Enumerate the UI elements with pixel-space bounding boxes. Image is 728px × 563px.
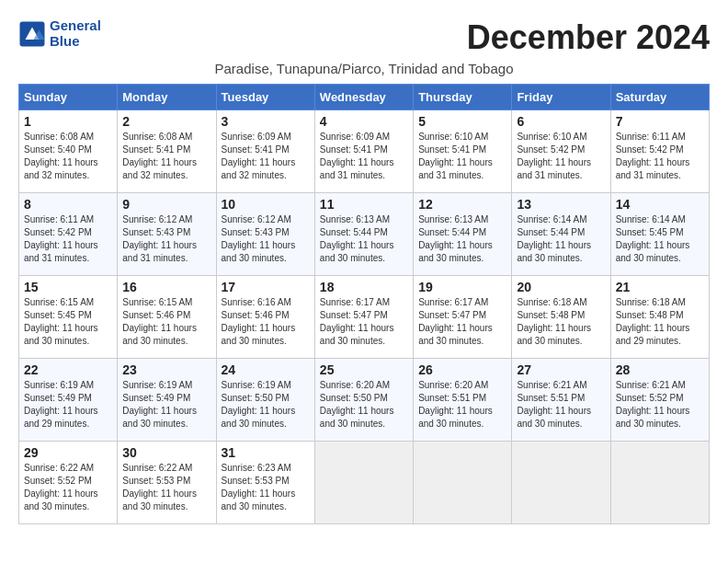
weekday-header-thursday: Thursday (414, 85, 512, 110)
day-number: 2 (122, 114, 210, 129)
calendar-cell: 21Sunrise: 6:18 AMSunset: 5:48 PMDayligh… (610, 276, 709, 359)
day-info: Sunrise: 6:21 AMSunset: 5:52 PMDaylight:… (616, 379, 704, 431)
calendar-week-row: 22Sunrise: 6:19 AMSunset: 5:49 PMDayligh… (19, 359, 710, 442)
day-number: 22 (24, 362, 112, 377)
day-number: 24 (222, 362, 310, 377)
day-info: Sunrise: 6:09 AMSunset: 5:41 PMDaylight:… (222, 131, 310, 182)
calendar-cell: 16Sunrise: 6:15 AMSunset: 5:46 PMDayligh… (118, 276, 216, 359)
calendar-cell: 31Sunrise: 6:23 AMSunset: 5:53 PMDayligh… (216, 442, 314, 524)
day-number: 17 (222, 280, 310, 294)
calendar-cell: 26Sunrise: 6:20 AMSunset: 5:51 PMDayligh… (414, 359, 512, 442)
calendar-cell: 5Sunrise: 6:10 AMSunset: 5:41 PMDaylight… (414, 110, 512, 193)
day-number: 26 (418, 362, 506, 377)
calendar-cell: 11Sunrise: 6:13 AMSunset: 5:44 PMDayligh… (314, 193, 413, 276)
logo-icon (18, 20, 46, 48)
calendar-body: 1Sunrise: 6:08 AMSunset: 5:40 PMDaylight… (19, 110, 710, 524)
day-number: 12 (418, 197, 506, 212)
day-info: Sunrise: 6:10 AMSunset: 5:41 PMDaylight:… (418, 131, 506, 182)
calendar-week-row: 1Sunrise: 6:08 AMSunset: 5:40 PMDaylight… (19, 110, 710, 193)
location-title: Paradise, Tunapuna/Piarco, Trinidad and … (18, 61, 710, 76)
calendar-cell: 9Sunrise: 6:12 AMSunset: 5:43 PMDaylight… (118, 193, 216, 276)
calendar-week-row: 15Sunrise: 6:15 AMSunset: 5:45 PMDayligh… (19, 276, 710, 359)
day-number: 5 (418, 114, 506, 129)
day-info: Sunrise: 6:22 AMSunset: 5:52 PMDaylight:… (24, 462, 112, 513)
day-number: 1 (24, 114, 112, 129)
day-info: Sunrise: 6:19 AMSunset: 5:49 PMDaylight:… (122, 379, 210, 431)
day-number: 4 (320, 114, 408, 129)
calendar-cell: 2Sunrise: 6:08 AMSunset: 5:41 PMDaylight… (118, 110, 216, 193)
calendar-cell: 4Sunrise: 6:09 AMSunset: 5:41 PMDaylight… (314, 110, 413, 193)
day-info: Sunrise: 6:23 AMSunset: 5:53 PMDaylight:… (222, 462, 310, 513)
day-number: 13 (517, 197, 605, 212)
day-info: Sunrise: 6:19 AMSunset: 5:50 PMDaylight:… (222, 379, 310, 431)
calendar-cell: 6Sunrise: 6:10 AMSunset: 5:42 PMDaylight… (512, 110, 610, 193)
calendar-cell: 27Sunrise: 6:21 AMSunset: 5:51 PMDayligh… (512, 359, 610, 442)
day-info: Sunrise: 6:19 AMSunset: 5:49 PMDaylight:… (24, 379, 112, 431)
day-number: 29 (24, 445, 112, 460)
calendar-cell: 13Sunrise: 6:14 AMSunset: 5:44 PMDayligh… (512, 193, 610, 276)
calendar-cell: 7Sunrise: 6:11 AMSunset: 5:42 PMDaylight… (610, 110, 709, 193)
day-info: Sunrise: 6:20 AMSunset: 5:50 PMDaylight:… (320, 379, 408, 431)
day-info: Sunrise: 6:22 AMSunset: 5:53 PMDaylight:… (122, 462, 210, 513)
calendar-cell: 28Sunrise: 6:21 AMSunset: 5:52 PMDayligh… (610, 359, 709, 442)
day-number: 6 (517, 114, 605, 129)
weekday-header-sunday: Sunday (19, 85, 118, 110)
day-number: 9 (122, 197, 210, 212)
day-info: Sunrise: 6:11 AMSunset: 5:42 PMDaylight:… (616, 131, 704, 182)
day-info: Sunrise: 6:15 AMSunset: 5:45 PMDaylight:… (24, 296, 112, 348)
day-number: 11 (320, 197, 408, 212)
day-info: Sunrise: 6:09 AMSunset: 5:41 PMDaylight:… (320, 131, 408, 182)
day-info: Sunrise: 6:20 AMSunset: 5:51 PMDaylight:… (418, 379, 506, 431)
day-info: Sunrise: 6:16 AMSunset: 5:46 PMDaylight:… (222, 296, 310, 348)
calendar-table: SundayMondayTuesdayWednesdayThursdayFrid… (18, 84, 710, 524)
calendar-cell (314, 442, 413, 524)
calendar-cell: 19Sunrise: 6:17 AMSunset: 5:47 PMDayligh… (414, 276, 512, 359)
calendar-cell: 3Sunrise: 6:09 AMSunset: 5:41 PMDaylight… (216, 110, 314, 193)
day-info: Sunrise: 6:14 AMSunset: 5:44 PMDaylight:… (517, 213, 605, 265)
day-number: 8 (24, 197, 112, 212)
calendar-cell (414, 442, 512, 524)
day-info: Sunrise: 6:10 AMSunset: 5:42 PMDaylight:… (517, 131, 605, 182)
calendar-cell: 17Sunrise: 6:16 AMSunset: 5:46 PMDayligh… (216, 276, 314, 359)
day-number: 27 (517, 362, 605, 377)
day-info: Sunrise: 6:18 AMSunset: 5:48 PMDaylight:… (616, 296, 704, 348)
calendar-week-row: 8Sunrise: 6:11 AMSunset: 5:42 PMDaylight… (19, 193, 710, 276)
calendar-cell: 18Sunrise: 6:17 AMSunset: 5:47 PMDayligh… (314, 276, 413, 359)
day-info: Sunrise: 6:08 AMSunset: 5:41 PMDaylight:… (122, 131, 210, 182)
calendar-cell (512, 442, 610, 524)
weekday-header-friday: Friday (512, 85, 610, 110)
month-title: December 2024 (467, 18, 710, 57)
calendar-cell: 8Sunrise: 6:11 AMSunset: 5:42 PMDaylight… (19, 193, 118, 276)
calendar-cell: 14Sunrise: 6:14 AMSunset: 5:45 PMDayligh… (610, 193, 709, 276)
day-info: Sunrise: 6:11 AMSunset: 5:42 PMDaylight:… (24, 213, 112, 265)
calendar-cell: 30Sunrise: 6:22 AMSunset: 5:53 PMDayligh… (118, 442, 216, 524)
day-info: Sunrise: 6:18 AMSunset: 5:48 PMDaylight:… (517, 296, 605, 348)
weekday-header-wednesday: Wednesday (314, 85, 413, 110)
day-number: 28 (616, 362, 704, 377)
day-number: 21 (616, 280, 704, 294)
day-number: 20 (517, 280, 605, 294)
day-number: 3 (222, 114, 310, 129)
day-number: 31 (222, 445, 310, 460)
day-info: Sunrise: 6:14 AMSunset: 5:45 PMDaylight:… (616, 213, 704, 265)
calendar-cell: 12Sunrise: 6:13 AMSunset: 5:44 PMDayligh… (414, 193, 512, 276)
calendar-cell: 10Sunrise: 6:12 AMSunset: 5:43 PMDayligh… (216, 193, 314, 276)
weekday-header-row: SundayMondayTuesdayWednesdayThursdayFrid… (19, 85, 710, 110)
day-info: Sunrise: 6:21 AMSunset: 5:51 PMDaylight:… (517, 379, 605, 431)
calendar-week-row: 29Sunrise: 6:22 AMSunset: 5:52 PMDayligh… (19, 442, 710, 524)
logo: General Blue (18, 18, 101, 49)
day-number: 30 (122, 445, 210, 460)
weekday-header-tuesday: Tuesday (216, 85, 314, 110)
day-number: 14 (616, 197, 704, 212)
logo-text: General Blue (50, 18, 101, 49)
calendar-cell: 1Sunrise: 6:08 AMSunset: 5:40 PMDaylight… (19, 110, 118, 193)
weekday-header-monday: Monday (118, 85, 216, 110)
day-number: 18 (320, 280, 408, 294)
day-number: 19 (418, 280, 506, 294)
day-info: Sunrise: 6:08 AMSunset: 5:40 PMDaylight:… (24, 131, 112, 182)
day-number: 25 (320, 362, 408, 377)
calendar-cell: 22Sunrise: 6:19 AMSunset: 5:49 PMDayligh… (19, 359, 118, 442)
day-info: Sunrise: 6:13 AMSunset: 5:44 PMDaylight:… (320, 213, 408, 265)
day-info: Sunrise: 6:17 AMSunset: 5:47 PMDaylight:… (418, 296, 506, 348)
calendar-cell: 29Sunrise: 6:22 AMSunset: 5:52 PMDayligh… (19, 442, 118, 524)
